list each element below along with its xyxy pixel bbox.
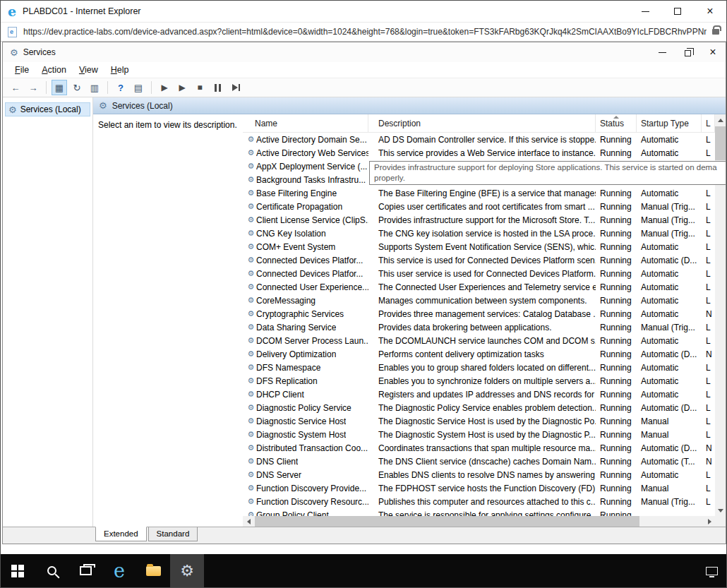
cell-status: Running <box>596 390 637 400</box>
vertical-scrollbar-thumb[interactable] <box>715 126 726 160</box>
table-row[interactable]: ⚙CoreMessaging Manages communication bet… <box>243 294 715 307</box>
ie-maximize-button[interactable] <box>661 1 694 22</box>
services-gear-icon: ⚙ <box>180 563 194 579</box>
column-header-name[interactable]: Name <box>243 114 368 132</box>
table-row[interactable]: ⚙Function Discovery Provide... The FDPHO… <box>243 481 715 495</box>
refresh-button[interactable]: ↻ <box>69 80 85 95</box>
table-row[interactable]: ⚙Client License Service (ClipS... Provid… <box>243 213 715 227</box>
restart-service-button[interactable] <box>227 80 243 95</box>
forward-button[interactable]: → <box>25 80 41 95</box>
services-restore-button[interactable] <box>675 42 700 62</box>
service-gear-icon: ⚙ <box>246 484 256 492</box>
cell-logon-as: L <box>702 202 715 212</box>
cell-description: The FDPHOST service hosts the Function D… <box>368 484 596 493</box>
table-row[interactable]: ⚙Cryptographic Services Provides three m… <box>243 307 715 320</box>
table-row[interactable]: ⚙Distributed Transaction Coo... Coordina… <box>243 441 715 455</box>
export-list-button[interactable]: ▥ <box>87 80 102 95</box>
scroll-down-button[interactable] <box>715 505 726 516</box>
column-header-logon-as[interactable]: L <box>702 114 715 132</box>
show-console-tree-button[interactable]: ▦ <box>52 80 67 95</box>
table-row[interactable]: ⚙Certificate Propagation Copies user cer… <box>243 200 715 213</box>
help-button[interactable]: ? <box>113 80 128 95</box>
cell-status: Running <box>596 430 637 440</box>
column-header-status[interactable]: Status <box>596 114 637 132</box>
menu-view[interactable]: View <box>73 64 104 76</box>
start-button[interactable] <box>1 554 35 587</box>
address-url-field[interactable]: https://dev.practice-labs.com/device-adv… <box>23 27 707 37</box>
menu-action[interactable]: Action <box>35 64 73 76</box>
cell-startup-type: Manual (Trig... <box>637 215 702 225</box>
taskbar-services-active[interactable]: ⚙ <box>170 554 204 587</box>
service-gear-icon: ⚙ <box>246 337 256 344</box>
services-window: ⚙ Services × File Action View Help ← → ▦… <box>2 42 726 544</box>
menu-help[interactable]: Help <box>104 64 136 76</box>
table-row[interactable]: ⚙Connected Devices Platfor... This servi… <box>243 253 715 267</box>
cell-description: This user service is used for Connected … <box>368 269 596 279</box>
table-row[interactable]: ⚙CNG Key Isolation The CNG key isolation… <box>243 227 715 240</box>
scroll-right-button[interactable] <box>704 516 715 527</box>
table-row[interactable]: ⚙Data Sharing Service Provides data brok… <box>243 320 715 334</box>
taskbar-file-explorer[interactable] <box>136 554 170 587</box>
close-icon: × <box>709 47 716 58</box>
service-gear-icon: ⚙ <box>246 136 256 143</box>
horizontal-scrollbar[interactable] <box>243 516 715 527</box>
table-row[interactable]: ⚙COM+ Event System Supports System Event… <box>243 240 715 253</box>
table-row[interactable]: ⚙DFS Namespace Enables you to group shar… <box>243 361 715 374</box>
services-close-button[interactable]: × <box>700 42 726 62</box>
pause-service-button[interactable] <box>210 80 225 95</box>
ie-minimize-button[interactable] <box>629 1 661 22</box>
tab-extended[interactable]: Extended <box>95 527 147 541</box>
stop-service-button[interactable]: ■ <box>192 80 208 95</box>
cell-logon-as: L <box>702 470 715 480</box>
table-row[interactable]: ⚙DCOM Server Process Laun... The DCOMLAU… <box>243 334 715 347</box>
table-row[interactable]: ⚙Function Discovery Resourc... Publishes… <box>243 495 715 508</box>
table-row[interactable]: ⚙Diagnostic Service Host The Diagnostic … <box>243 414 715 428</box>
arrow-right-icon <box>708 519 711 524</box>
scroll-left-button[interactable] <box>243 516 254 527</box>
table-row[interactable]: ⚙Group Policy Client The service is resp… <box>243 508 715 516</box>
table-row[interactable]: ⚙Diagnostic System Host The Diagnostic S… <box>243 428 715 441</box>
table-row[interactable]: ⚙DHCP Client Registers and updates IP ad… <box>243 388 715 401</box>
table-row[interactable]: ⚙Connected Devices Platfor... This user … <box>243 267 715 280</box>
service-name: CoreMessaging <box>256 296 316 306</box>
horizontal-scrollbar-thumb[interactable] <box>255 516 639 527</box>
table-row[interactable]: ⚙Base Filtering Engine The Base Filterin… <box>243 186 715 200</box>
main-body: Select an item to view its description. … <box>93 114 726 527</box>
resume-service-button[interactable]: ▶ <box>174 80 190 95</box>
column-header-startup-type[interactable]: Startup Type <box>637 114 702 132</box>
cell-name: ⚙Function Discovery Resourc... <box>243 497 368 507</box>
tree-item-services-local[interactable]: ⚙ Services (Local) <box>5 102 90 116</box>
back-button[interactable]: ← <box>8 80 23 95</box>
table-row[interactable]: ⚙Active Directory Web Services This serv… <box>243 146 715 160</box>
column-header-description[interactable]: Description <box>368 114 596 132</box>
pause-icon <box>215 84 221 92</box>
cell-logon-as: L <box>702 430 715 440</box>
cell-status: Running <box>596 510 637 517</box>
service-gear-icon: ⚙ <box>246 471 256 479</box>
table-row[interactable]: ⚙DNS Client The DNS Client service (dnsc… <box>243 455 715 468</box>
minimize-icon <box>659 52 666 53</box>
table-row[interactable]: ⚙DNS Server Enables DNS clients to resol… <box>243 468 715 481</box>
cell-status: Running <box>596 148 637 158</box>
menu-file[interactable]: File <box>8 64 35 76</box>
cell-status: Running <box>596 256 637 265</box>
scroll-up-button[interactable] <box>715 114 726 126</box>
taskbar-internet-explorer[interactable]: e <box>102 554 136 587</box>
list-view-button[interactable]: ▤ <box>131 80 146 95</box>
search-button[interactable] <box>35 554 68 587</box>
task-view-button[interactable] <box>68 554 102 587</box>
table-row[interactable]: ⚙Connected User Experience... The Connec… <box>243 280 715 294</box>
tab-standard[interactable]: Standard <box>148 527 198 541</box>
start-service-button[interactable]: ▶ <box>157 80 172 95</box>
cell-description: The Diagnostic Service Host is used by t… <box>368 416 596 426</box>
table-row[interactable]: ⚙Active Directory Domain Se... AD DS Dom… <box>243 133 715 146</box>
table-row[interactable]: ⚙DFS Replication Enables you to synchron… <box>243 374 715 388</box>
cell-startup-type: Manual <box>637 430 702 440</box>
table-row[interactable]: ⚙Delivery Optimization Performs content … <box>243 347 715 361</box>
remote-display-tray-icon[interactable] <box>706 567 718 575</box>
cell-logon-as: N <box>702 349 715 359</box>
table-row[interactable]: ⚙Diagnostic Policy Service The Diagnosti… <box>243 401 715 414</box>
ie-close-button[interactable]: × <box>694 1 726 22</box>
services-minimize-button[interactable] <box>649 42 675 62</box>
cell-startup-type: Manual (Trig... <box>637 202 702 212</box>
